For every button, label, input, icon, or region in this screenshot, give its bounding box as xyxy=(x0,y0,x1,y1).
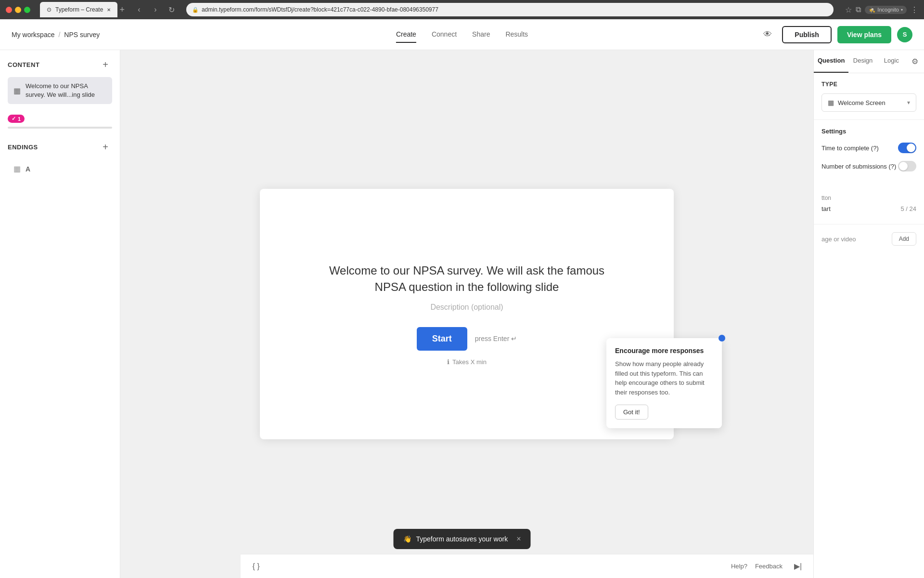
button-value[interactable]: tart xyxy=(821,205,831,212)
type-section: Type ▦ Welcome Screen ▾ xyxy=(814,73,924,120)
bottom-right: Help? Feedback ▶| xyxy=(731,559,806,574)
incognito-badge: 🕵 Incognito ▾ xyxy=(865,6,907,14)
nav-center: Create Connect Share Results xyxy=(396,26,528,43)
badge-number: 1 xyxy=(18,116,21,122)
question-badge[interactable]: ✓ 1 xyxy=(8,115,25,123)
form-title[interactable]: Welcome to our NPSA survey. We will ask … xyxy=(322,263,611,295)
bottom-left: { } xyxy=(248,559,264,574)
press-enter-hint: press Enter ↵ xyxy=(475,335,517,342)
welcome-screen-text: Welcome to our NPSA survey. We will...in… xyxy=(26,82,106,99)
toggle-knob-2 xyxy=(899,162,908,171)
back-button[interactable]: ‹ xyxy=(132,3,146,16)
publish-button[interactable]: Publish xyxy=(782,26,832,43)
new-tab-button[interactable]: + xyxy=(119,5,125,15)
button-count: 5 / 24 xyxy=(900,205,916,212)
breadcrumb-separator: / xyxy=(58,31,60,39)
chevron-down-icon: ▾ xyxy=(901,8,903,12)
settings-title: Settings xyxy=(821,128,916,135)
right-panel: Question Design Logic ⚙ Type ▦ Welcome S… xyxy=(813,50,924,578)
browser-actions: ☆ ⧉ 🕵 Incognito ▾ ⋮ xyxy=(845,5,918,14)
submissions-row: Number of submissions (?) xyxy=(821,161,916,171)
close-traffic-light[interactable] xyxy=(6,7,12,13)
button-row: tart 5 / 24 xyxy=(821,205,916,212)
main: Content + ▦ Welcome to our NPSA survey. … xyxy=(0,50,924,578)
content-section: Content + ▦ Welcome to our NPSA survey. … xyxy=(0,50,120,115)
content-title: Content xyxy=(8,61,39,68)
tab-logic[interactable]: Logic xyxy=(877,50,906,73)
bookmark-icon[interactable]: ☆ xyxy=(845,5,852,14)
incognito-label: Incognito xyxy=(877,7,899,13)
checkmark-icon: ✓ xyxy=(12,116,16,122)
welcome-screen-icon: ▦ xyxy=(13,86,21,95)
navigate-next-icon[interactable]: ▶| xyxy=(790,559,806,574)
button-sub-label: tton xyxy=(821,195,916,201)
got-it-button[interactable]: Got it! xyxy=(615,405,648,420)
maximize-traffic-light[interactable] xyxy=(24,7,30,13)
more-options-icon[interactable]: ⋮ xyxy=(911,5,918,14)
incognito-icon: 🕵 xyxy=(869,7,875,13)
chevron-down-icon: ▾ xyxy=(907,99,910,106)
submissions-toggle[interactable] xyxy=(898,161,916,171)
toggle-knob xyxy=(907,144,915,152)
reload-button[interactable]: ↻ xyxy=(165,3,179,16)
active-tab[interactable]: ⊙ Typeform – Create ✕ xyxy=(40,2,117,17)
endings-title: Endings xyxy=(8,144,38,151)
nav-create[interactable]: Create xyxy=(396,26,416,43)
nav-share[interactable]: Share xyxy=(472,26,490,43)
welcome-screen-item[interactable]: ▦ Welcome to our NPSA survey. We will...… xyxy=(8,77,112,104)
nav-connect[interactable]: Connect xyxy=(432,26,457,43)
takes-time-text: Takes X min xyxy=(452,358,487,366)
tab-question[interactable]: Question xyxy=(814,50,848,73)
popover-body: Show how many people already filled out … xyxy=(615,359,713,397)
info-icon: ℹ xyxy=(447,358,449,366)
panel-settings-icon[interactable]: ⚙ xyxy=(906,50,924,73)
breadcrumb-workspace[interactable]: My workspace xyxy=(12,31,54,39)
minimize-traffic-light[interactable] xyxy=(15,7,21,13)
add-ending-button[interactable]: + xyxy=(99,140,112,154)
add-media-button[interactable]: Add xyxy=(892,232,916,246)
breadcrumb-current[interactable]: NPS survey xyxy=(64,31,100,39)
tab-design[interactable]: Design xyxy=(848,50,877,73)
ending-item[interactable]: ▦ A xyxy=(8,159,112,178)
enter-icon: ↵ xyxy=(511,335,517,342)
settings-section: Settings Time to complete (?) Number of … xyxy=(814,120,924,187)
tab-title: Typeform – Create xyxy=(55,6,103,13)
traffic-lights xyxy=(6,7,30,13)
address-bar[interactable]: 🔒 admin.typeform.com/form/sWDtsfDj/creat… xyxy=(186,3,834,16)
forward-button[interactable]: › xyxy=(149,3,162,16)
type-dropdown-label: Welcome Screen xyxy=(838,99,903,106)
type-label: Type xyxy=(821,81,916,88)
nav-results[interactable]: Results xyxy=(505,26,528,43)
preview-button[interactable]: 👁 xyxy=(759,26,776,43)
endings-header: Endings + xyxy=(8,140,112,154)
canvas: Welcome to our NPSA survey. We will ask … xyxy=(120,50,813,578)
help-link[interactable]: Help? xyxy=(731,563,747,570)
avatar[interactable]: S xyxy=(897,27,912,42)
start-button[interactable]: Start xyxy=(417,327,467,351)
code-block-icon[interactable]: { } xyxy=(248,559,264,574)
toast-close-button[interactable]: × xyxy=(516,535,521,543)
view-plans-button[interactable]: View plans xyxy=(837,26,891,43)
encourage-popover: Encourage more responses Show how many p… xyxy=(606,338,722,428)
type-dropdown[interactable]: ▦ Welcome Screen ▾ xyxy=(821,93,916,112)
toast-emoji: 👋 xyxy=(403,535,411,543)
extensions-icon[interactable]: ⧉ xyxy=(856,5,861,14)
top-nav: My workspace / NPS survey Create Connect… xyxy=(0,19,924,50)
url-text: admin.typeform.com/form/sWDtsfDj/create?… xyxy=(202,6,438,13)
form-preview: Welcome to our NPSA survey. We will ask … xyxy=(260,189,674,439)
takes-time: ℹ Takes X min xyxy=(447,358,487,366)
app: My workspace / NPS survey Create Connect… xyxy=(0,19,924,578)
time-to-complete-toggle[interactable] xyxy=(898,143,916,153)
breadcrumb: My workspace / NPS survey xyxy=(12,31,100,39)
browser-chrome: ⊙ Typeform – Create ✕ + ‹ › ↻ 🔒 admin.ty… xyxy=(0,0,924,19)
feedback-link[interactable]: Feedback xyxy=(755,563,783,570)
lock-icon: 🔒 xyxy=(192,7,199,13)
time-to-complete-label: Time to complete (?) xyxy=(821,144,879,152)
start-button-row: Start press Enter ↵ xyxy=(417,327,517,351)
add-content-button[interactable]: + xyxy=(99,58,112,71)
ending-icon: ▦ xyxy=(13,164,21,173)
form-description[interactable]: Description (optional) xyxy=(430,303,503,312)
toast-text: Typeform autosaves your work xyxy=(416,535,508,543)
time-to-complete-row: Time to complete (?) xyxy=(821,143,916,153)
tab-close-button[interactable]: ✕ xyxy=(107,7,111,13)
